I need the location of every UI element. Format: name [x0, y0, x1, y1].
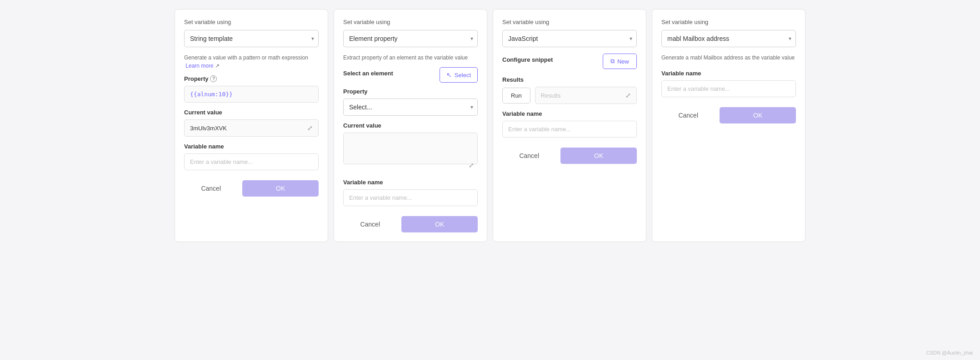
- select-wrapper-4: String template Element property JavaScr…: [661, 30, 796, 47]
- current-value-box-1: 3mUlv3mXVK ⤢: [184, 119, 319, 137]
- panels-container: Set variable using String template Eleme…: [172, 9, 808, 242]
- new-window-icon: ⧉: [610, 58, 615, 65]
- ok-button-2[interactable]: OK: [401, 216, 478, 232]
- results-row: Run Results ⤢: [502, 87, 637, 104]
- expand-icon-2[interactable]: ⤢: [469, 162, 474, 169]
- configure-snippet-label: Configure snippet: [502, 56, 553, 63]
- description-4: Generate a mabl Mailbox address as the v…: [661, 54, 796, 62]
- results-label: Results: [502, 76, 637, 83]
- ok-button-3[interactable]: OK: [560, 148, 637, 164]
- select-wrapper-3: String template Element property JavaScr…: [502, 30, 637, 47]
- set-variable-select-3[interactable]: String template Element property JavaScr…: [502, 30, 637, 47]
- variable-name-label-2: Variable name: [343, 179, 478, 186]
- button-row-3: Cancel OK: [502, 148, 637, 164]
- external-link-icon-1[interactable]: ⤢: [307, 124, 313, 132]
- set-variable-label-3: Set variable using: [502, 19, 637, 25]
- expand-icon-3[interactable]: ⤢: [625, 92, 631, 99]
- select-element-row: Select an element ↖ Select: [343, 67, 478, 83]
- button-row-2: Cancel OK: [343, 216, 478, 232]
- run-button[interactable]: Run: [502, 88, 530, 104]
- property-select-wrapper: Select... ▾: [343, 99, 478, 116]
- property-select-2[interactable]: Select...: [343, 99, 478, 116]
- new-button[interactable]: ⧉ New: [603, 54, 637, 69]
- set-variable-label-4: Set variable using: [661, 19, 796, 25]
- current-value-textarea-2[interactable]: [343, 133, 478, 164]
- property-label-2: Property: [343, 88, 478, 95]
- variable-name-input-1[interactable]: [184, 153, 319, 170]
- set-variable-label-1: Set variable using: [184, 19, 319, 25]
- results-box: Results ⤢: [535, 87, 637, 104]
- select-wrapper-2: String template Element property JavaScr…: [343, 30, 478, 47]
- description-2: Extract property of an element as the va…: [343, 54, 478, 62]
- variable-name-input-3[interactable]: [502, 121, 637, 138]
- property-label-1: Property ?: [184, 75, 319, 82]
- ok-button-4[interactable]: OK: [720, 107, 796, 123]
- cursor-icon: ↖: [446, 71, 452, 79]
- select-element-button[interactable]: ↖ Select: [440, 67, 478, 83]
- select-element-label: Select an element: [343, 70, 393, 77]
- current-value-label-2: Current value: [343, 122, 478, 129]
- configure-snippet-row: Configure snippet ⧉ New: [502, 54, 637, 69]
- button-row-1: Cancel OK: [184, 180, 319, 197]
- learn-more-link-1[interactable]: Learn more: [185, 63, 213, 69]
- current-value-label-1: Current value: [184, 109, 319, 116]
- select-wrapper-1: String template Element property JavaScr…: [184, 30, 319, 47]
- cancel-button-2[interactable]: Cancel: [343, 216, 397, 232]
- textarea-wrapper-2: ⤢: [343, 133, 478, 173]
- variable-name-label-1: Variable name: [184, 143, 319, 150]
- set-variable-select-4[interactable]: String template Element property JavaScr…: [661, 30, 796, 47]
- set-variable-label-2: Set variable using: [343, 19, 478, 25]
- panel-string-template: Set variable using String template Eleme…: [175, 9, 328, 242]
- panel-mabl-mailbox: Set variable using String template Eleme…: [652, 9, 805, 242]
- variable-name-input-4[interactable]: [661, 80, 796, 97]
- variable-name-label-3: Variable name: [502, 110, 637, 117]
- panel-element-property: Set variable using String template Eleme…: [334, 9, 487, 242]
- variable-name-label-4: Variable name: [661, 70, 796, 77]
- set-variable-select-2[interactable]: String template Element property JavaScr…: [343, 30, 478, 47]
- variable-name-input-2[interactable]: [343, 189, 478, 206]
- cancel-button-1[interactable]: Cancel: [184, 180, 238, 197]
- cancel-button-4[interactable]: Cancel: [661, 107, 715, 123]
- property-value-1[interactable]: {{alnum:10}}: [184, 86, 319, 103]
- watermark: CSDN @Austin_zhai: [926, 350, 973, 355]
- button-row-4: Cancel OK: [661, 107, 796, 123]
- description-1: Generate a value with a pattern or math …: [184, 54, 319, 70]
- ok-button-1[interactable]: OK: [242, 180, 319, 197]
- panel-javascript: Set variable using String template Eleme…: [493, 9, 646, 242]
- cancel-button-3[interactable]: Cancel: [502, 148, 556, 164]
- set-variable-select-1[interactable]: String template Element property JavaScr…: [184, 30, 319, 47]
- info-icon-1: ?: [210, 75, 217, 82]
